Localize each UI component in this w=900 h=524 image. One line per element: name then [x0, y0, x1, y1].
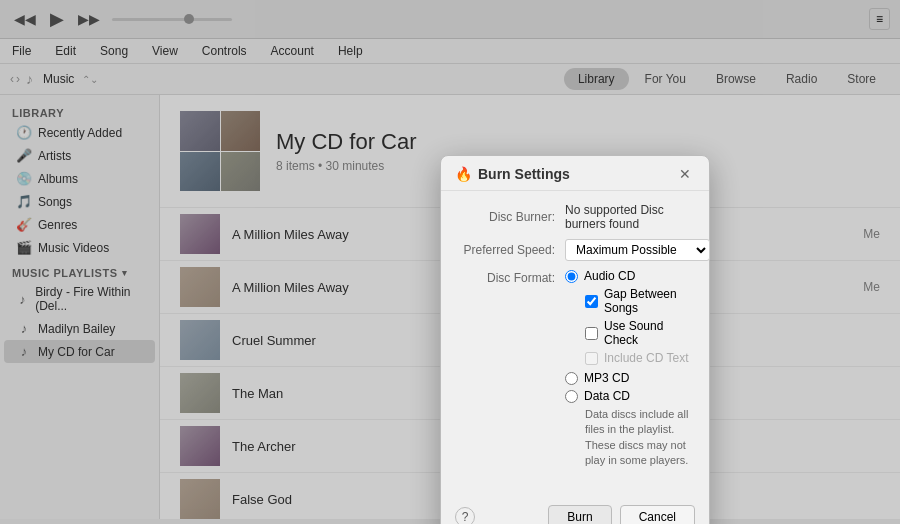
tab-library[interactable]: Library: [564, 68, 629, 90]
transport-controls: ◀◀ ▶ ▶▶: [10, 6, 104, 32]
song-thumb: [180, 320, 220, 360]
use-sound-check-checkbox[interactable]: [585, 327, 598, 340]
include-cd-text-checkbox[interactable]: [585, 352, 598, 365]
song-title: False God: [232, 492, 455, 507]
sidebar-item-genres[interactable]: 🎸 Genres: [4, 213, 155, 236]
music-videos-icon: 🎬: [16, 240, 32, 255]
art-cell-4: [221, 152, 261, 192]
cancel-button[interactable]: Cancel: [620, 505, 695, 524]
gap-between-songs-row: Gap Between Songs: [585, 287, 695, 315]
sidebar-label-recently-added: Recently Added: [38, 126, 122, 140]
modal-title-row: 🔥 Burn Settings: [455, 166, 570, 182]
menu-toggle-button[interactable]: ≡: [869, 8, 890, 30]
close-button[interactable]: ✕: [675, 166, 695, 182]
gap-between-songs-checkbox[interactable]: [585, 295, 598, 308]
sidebar-item-music-videos[interactable]: 🎬 Music Videos: [4, 236, 155, 259]
play-button[interactable]: ▶: [46, 6, 68, 32]
sidebar-item-artists[interactable]: 🎤 Artists: [4, 144, 155, 167]
playlist-birdy-icon: ♪: [16, 292, 29, 307]
mp3-cd-radio[interactable]: [565, 372, 578, 385]
playlists-section[interactable]: Music Playlists ▾: [0, 259, 159, 281]
nav-forward-button[interactable]: ›: [16, 72, 20, 86]
data-cd-note: Data discs include all files in the play…: [585, 407, 695, 469]
menu-edit[interactable]: Edit: [51, 42, 80, 60]
playlist-madilyn-icon: ♪: [16, 321, 32, 336]
help-button[interactable]: ?: [455, 507, 475, 524]
menu-song[interactable]: Song: [96, 42, 132, 60]
sidebar-label-music-videos: Music Videos: [38, 241, 109, 255]
mp3-cd-row: MP3 CD: [565, 371, 695, 385]
recently-added-icon: 🕐: [16, 125, 32, 140]
rewind-button[interactable]: ◀◀: [10, 9, 40, 29]
sidebar-item-birdy[interactable]: ♪ Birdy - Fire Within (Del...: [4, 281, 155, 317]
nav-back-button[interactable]: ‹: [10, 72, 14, 86]
sidebar: Library 🕐 Recently Added 🎤 Artists 💿 Alb…: [0, 95, 160, 519]
burn-settings-dialog: 🔥 Burn Settings ✕ Disc Burner: No suppor…: [440, 155, 710, 524]
menu-bar: File Edit Song View Controls Account Hel…: [0, 39, 900, 64]
playlists-chevron-icon: ▾: [122, 268, 128, 278]
song-extra: Me: [863, 280, 880, 294]
burn-icon: 🔥: [455, 166, 472, 182]
sidebar-label-songs: Songs: [38, 195, 72, 209]
menu-help[interactable]: Help: [334, 42, 367, 60]
menu-view[interactable]: View: [148, 42, 182, 60]
preferred-speed-row: Preferred Speed: Maximum Possible: [455, 239, 695, 261]
song-thumb: [180, 479, 220, 519]
modal-body: Disc Burner: No supported Disc burners f…: [441, 191, 709, 497]
sidebar-item-recently-added[interactable]: 🕐 Recently Added: [4, 121, 155, 144]
audio-cd-label: Audio CD: [584, 269, 635, 283]
preferred-speed-select[interactable]: Maximum Possible: [565, 239, 710, 261]
data-cd-radio[interactable]: [565, 390, 578, 403]
menu-controls[interactable]: Controls: [198, 42, 251, 60]
data-cd-row: Data CD: [565, 389, 695, 403]
art-cell-3: [180, 152, 220, 192]
disc-format-row: Disc Format: Audio CD Gap Between Songs …: [455, 269, 695, 477]
audio-cd-row: Audio CD: [565, 269, 695, 283]
burn-button[interactable]: Burn: [548, 505, 611, 524]
nav-arrows: ‹ ›: [10, 72, 20, 86]
progress-bar[interactable]: [112, 18, 232, 21]
sidebar-label-birdy: Birdy - Fire Within (Del...: [35, 285, 143, 313]
include-cd-text-label: Include CD Text: [604, 351, 689, 365]
nav-stepper[interactable]: ⌃⌄: [82, 74, 98, 85]
nav-tabs: Library For You Browse Radio Store: [564, 68, 890, 90]
art-cell-2: [221, 111, 261, 151]
tab-browse[interactable]: Browse: [702, 68, 770, 90]
data-cd-label: Data CD: [584, 389, 630, 403]
nav-bar: ‹ › ♪ Music ⌃⌄ Library For You Browse Ra…: [0, 64, 900, 95]
song-title: A Million Miles Away: [232, 227, 448, 242]
song-title: The Archer: [232, 439, 455, 454]
tab-store[interactable]: Store: [833, 68, 890, 90]
sidebar-item-madilyn[interactable]: ♪ Madilyn Bailey: [4, 317, 155, 340]
sidebar-label-albums: Albums: [38, 172, 78, 186]
disc-format-label: Disc Format:: [455, 271, 555, 285]
song-title: A Million Miles Away: [232, 280, 448, 295]
art-cell-1: [180, 111, 220, 151]
playlist-mycd-icon: ♪: [16, 344, 32, 359]
songs-icon: 🎵: [16, 194, 32, 209]
tab-for-you[interactable]: For You: [631, 68, 700, 90]
sidebar-item-my-cd[interactable]: ♪ My CD for Car: [4, 340, 155, 363]
disc-burner-label: Disc Burner:: [455, 210, 555, 224]
sidebar-label-my-cd: My CD for Car: [38, 345, 115, 359]
sidebar-label-genres: Genres: [38, 218, 77, 232]
nav-title: Music: [43, 72, 74, 86]
progress-thumb: [184, 14, 194, 24]
music-note-icon: ♪: [26, 71, 33, 87]
sidebar-item-albums[interactable]: 💿 Albums: [4, 167, 155, 190]
playlist-info: My CD for Car 8 items • 30 minutes: [276, 129, 417, 173]
fast-forward-button[interactable]: ▶▶: [74, 9, 104, 29]
mp3-cd-label: MP3 CD: [584, 371, 629, 385]
artists-icon: 🎤: [16, 148, 32, 163]
sidebar-label-madilyn: Madilyn Bailey: [38, 322, 115, 336]
menu-file[interactable]: File: [8, 42, 35, 60]
genres-icon: 🎸: [16, 217, 32, 232]
song-extra: Me: [863, 227, 880, 241]
top-bar: ◀◀ ▶ ▶▶ ≡: [0, 0, 900, 39]
progress-track: [112, 18, 232, 21]
audio-cd-radio[interactable]: [565, 270, 578, 283]
menu-account[interactable]: Account: [267, 42, 318, 60]
tab-radio[interactable]: Radio: [772, 68, 831, 90]
sidebar-item-songs[interactable]: 🎵 Songs: [4, 190, 155, 213]
playlist-meta: 8 items • 30 minutes: [276, 159, 417, 173]
